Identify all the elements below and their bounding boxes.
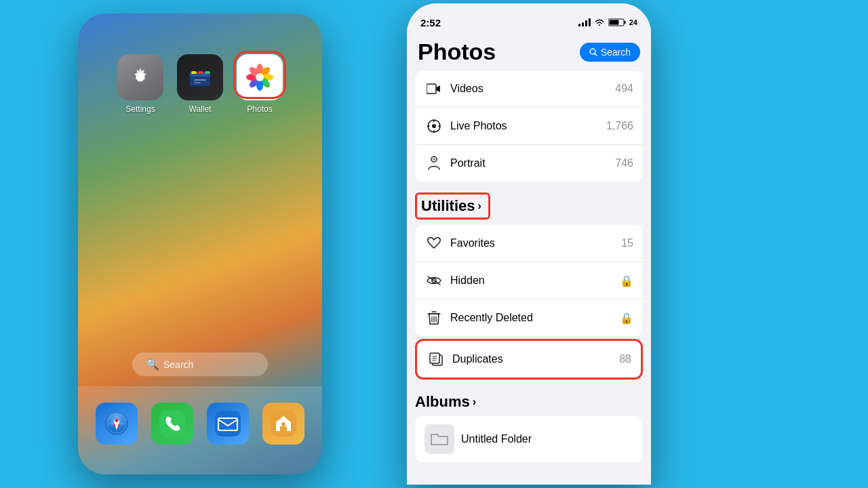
safari-dock-icon[interactable] — [96, 403, 138, 445]
duplicates-row-highlighted[interactable]: Duplicates 88 — [415, 339, 643, 380]
hidden-row-left: Hidden — [425, 271, 485, 290]
signal-bar-2 — [582, 22, 584, 26]
svg-rect-23 — [159, 411, 185, 436]
search-icon-btn — [589, 48, 597, 56]
svg-rect-30 — [609, 20, 618, 25]
utilities-card: Favorites 15 Hidden — [415, 225, 643, 336]
recently-deleted-lock-icon: 🔒 — [620, 312, 633, 325]
app-icons-row: Settings — [117, 54, 283, 114]
svg-point-41 — [433, 158, 435, 161]
photos-app-title: Photos — [418, 39, 496, 65]
recently-deleted-label: Recently Deleted — [450, 312, 533, 324]
svg-point-37 — [433, 131, 435, 133]
status-icons: 24 — [578, 18, 637, 26]
favorites-icon — [425, 234, 443, 253]
live-photos-label: Live Photos — [450, 120, 507, 132]
svg-point-38 — [428, 125, 430, 127]
portrait-label: Portrait — [450, 157, 486, 169]
portrait-icon — [425, 154, 443, 173]
hidden-icon — [425, 271, 443, 290]
photos-icon — [237, 54, 283, 100]
signal-bars — [578, 18, 591, 26]
svg-rect-5 — [205, 71, 210, 74]
photos-content: Videos 494 — [407, 70, 651, 485]
utilities-chevron-icon: › — [477, 200, 481, 212]
search-button[interactable]: Search — [580, 43, 640, 62]
left-panel: Settings — [0, 0, 400, 488]
albums-section-header[interactable]: Albums › — [415, 393, 643, 411]
live-photos-count: 1,766 — [606, 120, 633, 132]
untitled-folder-row[interactable]: Untitled Folder — [415, 416, 643, 462]
live-photos-icon — [425, 117, 443, 136]
dock — [78, 386, 322, 474]
photos-header: Photos Search — [407, 33, 651, 70]
recently-deleted-icon — [425, 308, 443, 327]
favorites-label: Favorites — [450, 237, 495, 249]
live-photos-row[interactable]: Live Photos 1,766 — [415, 108, 643, 145]
photos-app-screen: 2:52 24 — [407, 3, 651, 485]
signal-bar-1 — [578, 24, 580, 26]
favorites-count: 15 — [621, 237, 633, 249]
albums-title: Albums — [415, 393, 470, 411]
iphone-home-screen: Settings — [78, 14, 322, 474]
battery-percent: 24 — [629, 18, 637, 26]
status-time: 2:52 — [420, 17, 441, 28]
albums-chevron-icon: › — [473, 396, 476, 408]
videos-icon — [425, 79, 443, 98]
mail-dock-icon[interactable] — [207, 403, 249, 445]
wifi-icon — [594, 18, 605, 26]
svg-rect-4 — [198, 71, 203, 74]
photos-label: Photos — [247, 104, 272, 114]
wallet-icon — [177, 54, 223, 100]
photos-app[interactable]: Photos — [237, 54, 283, 114]
svg-rect-29 — [624, 21, 625, 24]
untitled-folder-label: Untitled Folder — [461, 433, 532, 445]
videos-row-left: Videos — [425, 79, 484, 98]
svg-rect-7 — [194, 82, 201, 83]
utilities-title: Utilities — [421, 197, 475, 215]
svg-line-32 — [595, 54, 597, 56]
settings-icon — [117, 54, 163, 100]
home-search-bar[interactable]: 🔍 Search — [132, 352, 268, 376]
svg-rect-3 — [191, 71, 197, 74]
untitled-folder-card: Untitled Folder — [415, 416, 643, 462]
favorites-row[interactable]: Favorites 15 — [415, 225, 643, 262]
favorites-row-left: Favorites — [425, 234, 495, 253]
portrait-row[interactable]: Portrait 746 — [415, 145, 643, 182]
duplicates-row[interactable]: Duplicates 88 — [417, 341, 641, 378]
home-search-icon: 🔍 — [146, 358, 159, 371]
svg-rect-6 — [194, 79, 206, 81]
svg-point-27 — [281, 422, 285, 426]
signal-bar-3 — [585, 20, 587, 26]
portrait-count: 746 — [615, 157, 633, 169]
utilities-section-header[interactable]: Utilities › — [415, 192, 490, 220]
live-photos-row-left: Live Photos — [425, 117, 507, 136]
media-types-card: Videos 494 — [415, 70, 643, 182]
settings-label: Settings — [125, 104, 155, 114]
svg-point-36 — [433, 120, 435, 122]
recently-deleted-row[interactable]: Recently Deleted 🔒 — [415, 300, 643, 336]
hidden-row[interactable]: Hidden 🔒 — [415, 262, 643, 300]
portrait-row-left: Portrait — [425, 154, 486, 173]
home-search-label: Search — [163, 359, 193, 370]
svg-rect-33 — [427, 84, 436, 94]
svg-point-16 — [256, 73, 264, 81]
wallet-label: Wallet — [189, 104, 212, 114]
recently-deleted-row-left: Recently Deleted — [425, 308, 533, 327]
home-dock-icon[interactable] — [262, 403, 304, 445]
duplicates-row-left: Duplicates — [427, 350, 503, 369]
settings-app[interactable]: Settings — [117, 54, 163, 114]
hidden-lock-icon: 🔒 — [620, 274, 633, 287]
videos-row[interactable]: Videos 494 — [415, 70, 643, 108]
signal-bar-4 — [589, 18, 591, 26]
hidden-label: Hidden — [450, 274, 485, 287]
duplicates-icon — [427, 350, 446, 369]
search-button-label: Search — [601, 47, 631, 58]
battery-icon — [608, 18, 626, 26]
status-bar: 2:52 24 — [407, 3, 651, 33]
phone-dock-icon[interactable] — [151, 403, 193, 445]
svg-point-35 — [432, 124, 436, 128]
right-panel: 2:52 24 — [400, 0, 868, 488]
wallet-app[interactable]: Wallet — [177, 54, 223, 114]
untitled-folder-thumb — [425, 424, 454, 454]
